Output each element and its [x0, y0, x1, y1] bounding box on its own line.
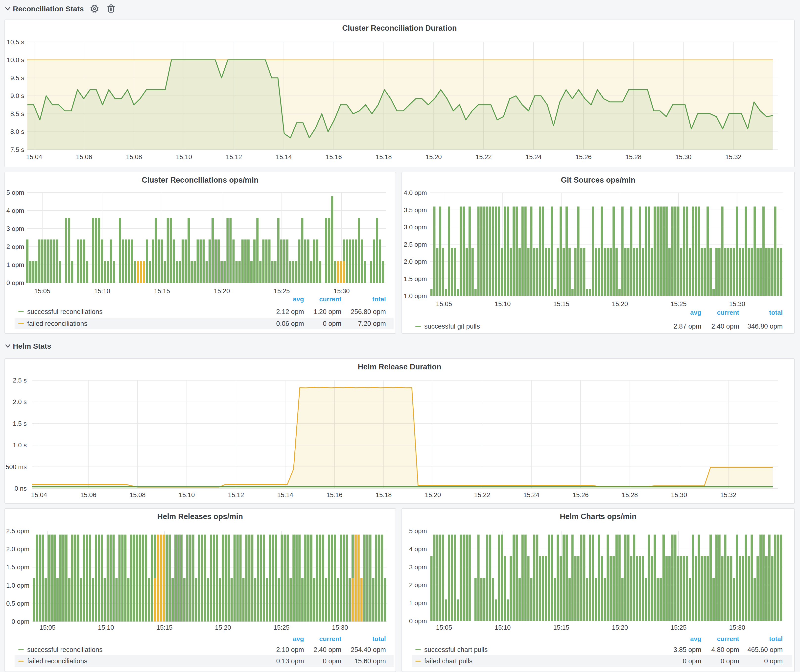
svg-text:15:14: 15:14	[276, 153, 292, 161]
svg-text:4 opm: 4 opm	[409, 545, 427, 553]
svg-text:avg: avg	[293, 635, 304, 643]
svg-text:15:10: 15:10	[494, 624, 510, 631]
svg-text:15:26: 15:26	[573, 491, 589, 499]
svg-text:2.12 opm: 2.12 opm	[276, 308, 304, 315]
svg-text:0 opm: 0 opm	[683, 658, 701, 665]
svg-text:Cluster Reconciliation Duratio: Cluster Reconciliation Duration	[342, 24, 457, 32]
svg-text:avg: avg	[690, 635, 701, 643]
svg-text:7.5 s: 7.5 s	[10, 146, 24, 154]
svg-text:1 opm: 1 opm	[6, 261, 24, 269]
svg-text:2 opm: 2 opm	[6, 243, 24, 250]
svg-text:254.40 opm: 254.40 opm	[350, 646, 386, 653]
svg-text:2.0 opm: 2.0 opm	[6, 545, 29, 553]
svg-text:15:25: 15:25	[670, 624, 686, 631]
svg-text:15:10: 15:10	[176, 153, 192, 161]
svg-text:1.20 opm: 1.20 opm	[314, 308, 341, 315]
svg-text:15:08: 15:08	[126, 153, 142, 161]
svg-text:avg: avg	[690, 309, 701, 316]
svg-text:4 opm: 4 opm	[6, 207, 24, 214]
svg-text:5 opm: 5 opm	[409, 527, 427, 535]
svg-text:15:30: 15:30	[729, 300, 745, 307]
svg-text:3.85 opm: 3.85 opm	[674, 646, 701, 653]
svg-text:15:22: 15:22	[474, 491, 490, 499]
svg-text:15:12: 15:12	[226, 153, 242, 161]
svg-text:successful reconciliations: successful reconciliations	[27, 646, 102, 653]
svg-text:15:10: 15:10	[94, 287, 110, 295]
svg-text:8.0 s: 8.0 s	[10, 128, 24, 135]
svg-text:15:32: 15:32	[725, 153, 741, 161]
svg-text:4.0 opm: 4.0 opm	[404, 189, 427, 197]
svg-text:15:05: 15:05	[436, 300, 452, 307]
svg-text:15:15: 15:15	[156, 624, 173, 631]
svg-text:successful chart pulls: successful chart pulls	[424, 646, 488, 653]
svg-text:successful git pulls: successful git pulls	[424, 323, 480, 330]
svg-text:15:20: 15:20	[425, 491, 441, 499]
svg-text:15:25: 15:25	[274, 287, 290, 295]
svg-text:Helm Stats: Helm Stats	[13, 342, 51, 350]
svg-text:15:25: 15:25	[670, 300, 686, 307]
svg-text:15:22: 15:22	[476, 153, 492, 161]
svg-text:total: total	[769, 309, 783, 316]
svg-text:15:10: 15:10	[98, 624, 114, 631]
svg-text:Reconciliation Stats: Reconciliation Stats	[13, 5, 84, 13]
svg-text:15:20: 15:20	[214, 287, 230, 295]
svg-text:15:30: 15:30	[729, 624, 745, 631]
svg-text:0.13 opm: 0.13 opm	[276, 658, 304, 665]
svg-text:15:30: 15:30	[675, 153, 691, 161]
svg-text:2.0 opm: 2.0 opm	[404, 258, 427, 265]
svg-text:avg: avg	[293, 295, 304, 303]
svg-text:15:12: 15:12	[228, 491, 244, 499]
svg-text:15:15: 15:15	[553, 300, 569, 307]
svg-text:Git Sources ops/min: Git Sources ops/min	[561, 176, 635, 184]
svg-text:current: current	[717, 635, 739, 643]
svg-text:15:06: 15:06	[76, 153, 92, 161]
svg-text:2.5 s: 2.5 s	[13, 377, 27, 384]
svg-text:15:15: 15:15	[154, 287, 170, 295]
svg-text:15:26: 15:26	[575, 153, 592, 161]
svg-text:500 ms: 500 ms	[6, 463, 27, 470]
svg-text:2.40 opm: 2.40 opm	[314, 646, 341, 653]
svg-text:0 opm: 0 opm	[764, 658, 783, 665]
svg-text:15:10: 15:10	[494, 300, 510, 307]
svg-text:15:20: 15:20	[612, 300, 628, 307]
svg-text:15:30: 15:30	[671, 491, 687, 499]
svg-text:15:15: 15:15	[553, 624, 569, 631]
svg-text:0 opm: 0 opm	[323, 320, 341, 327]
svg-text:3 opm: 3 opm	[409, 563, 427, 571]
svg-text:2.87 opm: 2.87 opm	[674, 323, 701, 330]
svg-text:current: current	[319, 295, 341, 303]
svg-text:15:16: 15:16	[326, 491, 342, 499]
svg-text:1.0 s: 1.0 s	[13, 442, 27, 449]
svg-text:15:20: 15:20	[426, 153, 442, 161]
svg-text:15:14: 15:14	[277, 491, 293, 499]
svg-text:7.20 opm: 7.20 opm	[358, 320, 386, 327]
svg-text:0.5 opm: 0.5 opm	[6, 600, 29, 607]
svg-text:2.10 opm: 2.10 opm	[276, 646, 304, 653]
svg-text:1.5 opm: 1.5 opm	[404, 275, 427, 283]
svg-text:9.5 s: 9.5 s	[10, 74, 24, 82]
svg-text:0 opm: 0 opm	[6, 279, 24, 286]
svg-text:current: current	[319, 635, 341, 643]
svg-text:1.5 s: 1.5 s	[13, 420, 27, 427]
svg-text:15:24: 15:24	[525, 153, 541, 161]
svg-text:15:30: 15:30	[332, 624, 348, 631]
svg-text:15:05: 15:05	[39, 624, 55, 631]
svg-text:2.0 s: 2.0 s	[13, 398, 27, 406]
svg-text:0 ns: 0 ns	[14, 485, 27, 492]
svg-text:256.80 opm: 256.80 opm	[350, 308, 386, 315]
svg-text:0 opm: 0 opm	[409, 617, 427, 625]
svg-text:Helm Charts ops/min: Helm Charts ops/min	[560, 512, 637, 521]
svg-text:15:28: 15:28	[626, 153, 642, 161]
svg-text:15:16: 15:16	[326, 153, 342, 161]
svg-text:15:25: 15:25	[274, 624, 290, 631]
svg-text:Helm Releases ops/min: Helm Releases ops/min	[157, 512, 243, 521]
svg-text:0.06 opm: 0.06 opm	[276, 320, 304, 327]
svg-text:failed chart pulls: failed chart pulls	[424, 658, 472, 665]
svg-text:4.80 opm: 4.80 opm	[711, 646, 739, 653]
svg-text:15:24: 15:24	[523, 491, 539, 499]
svg-text:15:28: 15:28	[622, 491, 638, 499]
svg-text:15:32: 15:32	[720, 491, 736, 499]
svg-text:3.0 opm: 3.0 opm	[404, 223, 427, 231]
svg-text:1.0 opm: 1.0 opm	[404, 292, 427, 300]
svg-text:0 opm: 0 opm	[721, 658, 739, 665]
